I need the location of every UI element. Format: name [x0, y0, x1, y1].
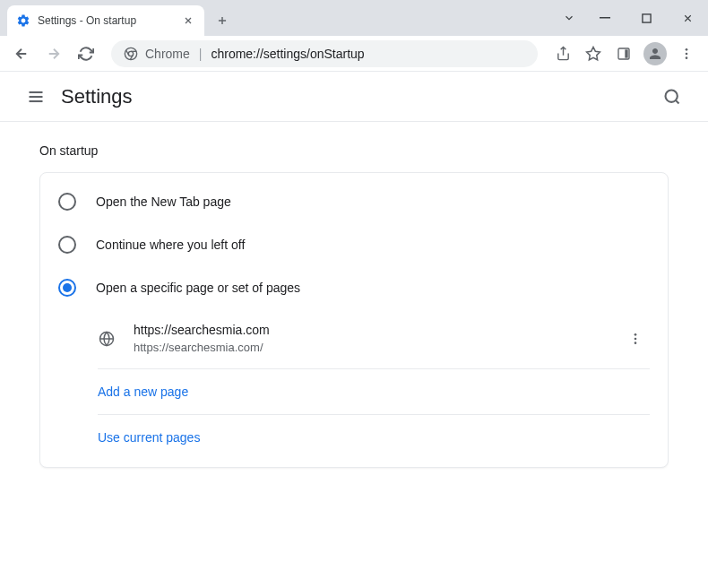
radio-option-continue[interactable]: Continue where you left off [40, 223, 668, 266]
reload-button[interactable] [72, 39, 100, 68]
radio-label: Continue where you left off [96, 238, 245, 252]
svg-point-11 [686, 52, 688, 55]
section-title: On startup [39, 143, 669, 158]
startup-page-row: https://searchesmia.com https://searches… [98, 309, 650, 369]
radio-label: Open the New Tab page [96, 195, 231, 209]
page-url: https://searchesmia.com/ [134, 340, 621, 356]
url-text: chrome://settings/onStartup [211, 47, 364, 61]
radio-option-newtab[interactable]: Open the New Tab page [40, 180, 668, 223]
gear-icon [16, 13, 30, 28]
url-divider: | [199, 47, 203, 61]
close-tab-icon[interactable] [181, 13, 195, 28]
hamburger-menu[interactable] [18, 79, 54, 115]
tab-title: Settings - On startup [38, 14, 181, 27]
svg-rect-0 [600, 17, 610, 19]
radio-option-specific[interactable]: Open a specific page or set of pages [40, 266, 668, 309]
link-text: Add a new page [98, 385, 188, 399]
close-window-button[interactable] [667, 4, 708, 31]
browser-tab[interactable]: Settings - On startup [7, 5, 204, 36]
settings-header: Settings [0, 72, 708, 122]
page-menu-icon[interactable] [621, 324, 650, 353]
bookmark-icon[interactable] [579, 39, 608, 68]
svg-point-16 [666, 90, 678, 101]
radio-label: Open a specific page or set of pages [96, 281, 300, 295]
minimize-button[interactable] [584, 4, 626, 31]
svg-point-20 [635, 333, 637, 336]
back-button[interactable] [7, 39, 36, 68]
sidepanel-icon[interactable] [609, 39, 638, 68]
window-controls [554, 0, 708, 36]
link-text: Use current pages [98, 430, 200, 445]
add-page-link[interactable]: Add a new page [98, 369, 650, 415]
globe-icon [98, 330, 116, 348]
browser-toolbar: Chrome | chrome://settings/onStartup [0, 36, 708, 72]
svg-point-22 [635, 342, 637, 344]
menu-icon[interactable] [672, 39, 701, 68]
svg-rect-9 [625, 49, 627, 57]
svg-point-10 [686, 48, 688, 51]
page-info: https://searchesmia.com https://searches… [134, 322, 621, 356]
startup-pages-list: https://searchesmia.com https://searches… [98, 309, 650, 460]
maximize-button[interactable] [626, 4, 667, 31]
chevron-down-icon[interactable] [554, 4, 584, 31]
url-prefix: Chrome [145, 47, 190, 61]
window-titlebar: Settings - On startup [0, 0, 708, 36]
svg-marker-7 [587, 47, 600, 59]
profile-avatar[interactable] [643, 42, 667, 65]
chrome-icon [124, 47, 138, 61]
settings-content: On startup Open the New Tab page Continu… [0, 122, 708, 489]
svg-rect-1 [642, 13, 650, 22]
page-title: Settings [61, 85, 654, 108]
forward-button[interactable] [39, 39, 68, 68]
svg-point-21 [635, 338, 637, 341]
search-icon[interactable] [654, 79, 690, 115]
page-name: https://searchesmia.com [134, 322, 621, 340]
radio-icon [58, 279, 76, 297]
startup-card: Open the New Tab page Continue where you… [39, 172, 669, 468]
radio-icon [58, 236, 76, 254]
toolbar-actions [548, 39, 701, 68]
new-tab-button[interactable] [210, 8, 235, 33]
use-current-pages-link[interactable]: Use current pages [98, 415, 650, 460]
share-icon[interactable] [548, 39, 577, 68]
radio-icon [58, 193, 76, 211]
svg-line-17 [676, 99, 679, 103]
address-bar[interactable]: Chrome | chrome://settings/onStartup [111, 40, 538, 67]
svg-point-12 [686, 56, 688, 59]
